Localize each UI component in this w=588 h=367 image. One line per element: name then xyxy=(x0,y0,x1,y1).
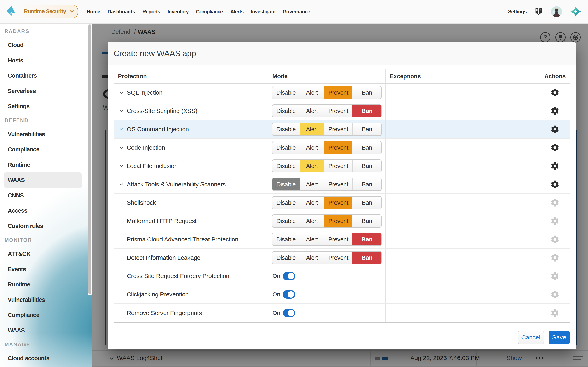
mode-option-alert[interactable]: Alert xyxy=(300,86,324,99)
mode-option-alert[interactable]: Alert xyxy=(300,197,324,209)
nav-link-compliance[interactable]: Compliance xyxy=(196,9,223,15)
sidebar-item-att-ck[interactable]: ATT&CK xyxy=(4,246,82,262)
exceptions-cell xyxy=(386,139,540,157)
mode-option-alert[interactable]: Alert xyxy=(300,252,324,264)
mode-option-alert[interactable]: Alert xyxy=(300,233,324,245)
mode-option-alert[interactable]: Alert xyxy=(300,215,324,227)
row-settings-gear-icon[interactable] xyxy=(550,309,559,317)
row-settings-gear-icon[interactable] xyxy=(550,161,559,170)
mode-option-prevent[interactable]: Prevent xyxy=(324,215,352,227)
feature-toggle-switch[interactable] xyxy=(283,309,295,317)
row-settings-gear-icon[interactable] xyxy=(550,235,559,244)
sidebar-item-settings[interactable]: Settings xyxy=(4,99,82,114)
sidebar-scrollbar-thumb[interactable] xyxy=(87,24,92,295)
mode-option-ban[interactable]: Ban xyxy=(352,123,381,135)
documentation-book-icon[interactable] xyxy=(534,7,543,16)
nav-link-alerts[interactable]: Alerts xyxy=(230,9,243,15)
prisma-cloud-logo-icon[interactable] xyxy=(570,6,581,17)
mode-option-alert[interactable]: Alert xyxy=(300,160,324,172)
feature-toggle-switch[interactable] xyxy=(283,290,295,299)
mode-option-ban[interactable]: Ban xyxy=(352,178,381,191)
mode-option-alert[interactable]: Alert xyxy=(300,123,324,135)
row-settings-gear-icon[interactable] xyxy=(550,253,559,262)
mode-option-disable[interactable]: Disable xyxy=(272,123,300,135)
mode-option-alert[interactable]: Alert xyxy=(300,105,324,117)
mode-option-disable[interactable]: Disable xyxy=(272,215,300,227)
nav-link-governance[interactable]: Governance xyxy=(283,9,310,15)
feature-toggle-switch[interactable] xyxy=(283,272,295,280)
nav-link-home[interactable]: Home xyxy=(87,9,100,15)
mode-option-disable[interactable]: Disable xyxy=(272,105,300,117)
mode-option-disable[interactable]: Disable xyxy=(272,160,300,172)
nav-link-reports[interactable]: Reports xyxy=(142,9,160,15)
mode-option-prevent[interactable]: Prevent xyxy=(324,86,352,99)
mode-option-ban[interactable]: Ban xyxy=(352,215,381,227)
mode-option-prevent[interactable]: Prevent xyxy=(324,123,352,135)
mode-option-prevent[interactable]: Prevent xyxy=(324,105,352,117)
nav-link-inventory[interactable]: Inventory xyxy=(167,9,189,15)
mode-option-prevent[interactable]: Prevent xyxy=(324,160,352,172)
row-expand-chevron-icon[interactable] xyxy=(119,90,124,95)
row-expand-chevron-icon[interactable] xyxy=(119,127,124,132)
row-settings-gear-icon[interactable] xyxy=(550,272,559,281)
sidebar-item-compliance[interactable]: Compliance xyxy=(4,308,82,323)
mode-option-prevent[interactable]: Prevent xyxy=(324,197,352,209)
module-switcher-dropdown[interactable]: Runtime Security xyxy=(21,5,78,18)
sidebar-item-vulnerabilities[interactable]: Vulnerabilities xyxy=(4,127,82,142)
row-expand-chevron-icon[interactable] xyxy=(119,145,124,150)
sidebar-item-runtime[interactable]: Runtime xyxy=(4,277,82,292)
mode-option-ban[interactable]: Ban xyxy=(352,160,381,172)
nav-link-investigate[interactable]: Investigate xyxy=(251,9,276,15)
mode-option-prevent[interactable]: Prevent xyxy=(324,233,352,245)
mode-option-ban[interactable]: Ban xyxy=(352,142,381,154)
sidebar-item-serverless[interactable]: Serverless xyxy=(4,83,82,99)
mode-option-ban[interactable]: Ban xyxy=(352,252,381,264)
sidebar-item-containers[interactable]: Containers xyxy=(4,68,82,83)
mode-option-disable[interactable]: Disable xyxy=(272,252,300,264)
row-expand-chevron-icon[interactable] xyxy=(119,163,124,169)
sidebar-item-vulnerabilities[interactable]: Vulnerabilities xyxy=(4,292,82,308)
sidebar-item-access[interactable]: Access xyxy=(4,203,82,218)
mode-option-ban[interactable]: Ban xyxy=(352,233,381,245)
cancel-button[interactable]: Cancel xyxy=(518,331,544,344)
sidebar-item-cnns[interactable]: CNNS xyxy=(4,188,82,203)
row-settings-gear-icon[interactable] xyxy=(550,290,559,299)
sidebar-item-cloud-accounts[interactable]: Cloud accounts xyxy=(4,351,82,366)
row-expand-chevron-icon[interactable] xyxy=(119,108,124,114)
mode-option-disable[interactable]: Disable xyxy=(272,233,300,245)
mode-option-disable[interactable]: Disable xyxy=(272,142,300,154)
mode-option-alert[interactable]: Alert xyxy=(300,178,324,191)
sidebar-item-waas[interactable]: WAAS xyxy=(4,323,82,338)
mode-option-disable[interactable]: Disable xyxy=(272,86,300,99)
mode-option-ban[interactable]: Ban xyxy=(352,105,381,117)
row-settings-gear-icon[interactable] xyxy=(550,217,559,225)
settings-link[interactable]: Settings xyxy=(508,9,527,15)
nav-link-dashboards[interactable]: Dashboards xyxy=(107,9,135,15)
row-settings-gear-icon[interactable] xyxy=(550,106,559,115)
row-settings-gear-icon[interactable] xyxy=(550,180,559,189)
sidebar-item-waas[interactable]: WAAS xyxy=(4,173,82,188)
mode-option-disable[interactable]: Disable xyxy=(272,178,300,191)
sidebar-item-custom-rules[interactable]: Custom rules xyxy=(4,218,82,234)
mode-option-disable[interactable]: Disable xyxy=(272,197,300,209)
prisma-compute-logo-icon[interactable] xyxy=(5,3,20,21)
row-settings-gear-icon[interactable] xyxy=(550,143,559,152)
mode-option-prevent[interactable]: Prevent xyxy=(324,252,352,264)
mode-segmented-control: DisableAlertPreventBan xyxy=(272,196,381,209)
mode-option-ban[interactable]: Ban xyxy=(352,86,381,99)
sidebar-item-hosts[interactable]: Hosts xyxy=(4,53,82,68)
user-avatar[interactable] xyxy=(551,6,562,17)
save-button[interactable]: Save xyxy=(549,331,570,344)
sidebar-item-compliance[interactable]: Compliance xyxy=(4,142,82,157)
sidebar-item-events[interactable]: Events xyxy=(4,262,82,277)
mode-option-ban[interactable]: Ban xyxy=(352,197,381,209)
mode-option-prevent[interactable]: Prevent xyxy=(324,142,352,154)
sidebar-item-cloud[interactable]: Cloud xyxy=(4,38,82,53)
mode-option-alert[interactable]: Alert xyxy=(300,142,324,154)
sidebar-item-runtime[interactable]: Runtime xyxy=(4,157,82,173)
mode-option-prevent[interactable]: Prevent xyxy=(324,178,352,191)
row-settings-gear-icon[interactable] xyxy=(550,88,559,97)
row-settings-gear-icon[interactable] xyxy=(550,125,559,134)
row-expand-chevron-icon[interactable] xyxy=(119,182,124,187)
row-settings-gear-icon[interactable] xyxy=(550,198,559,207)
